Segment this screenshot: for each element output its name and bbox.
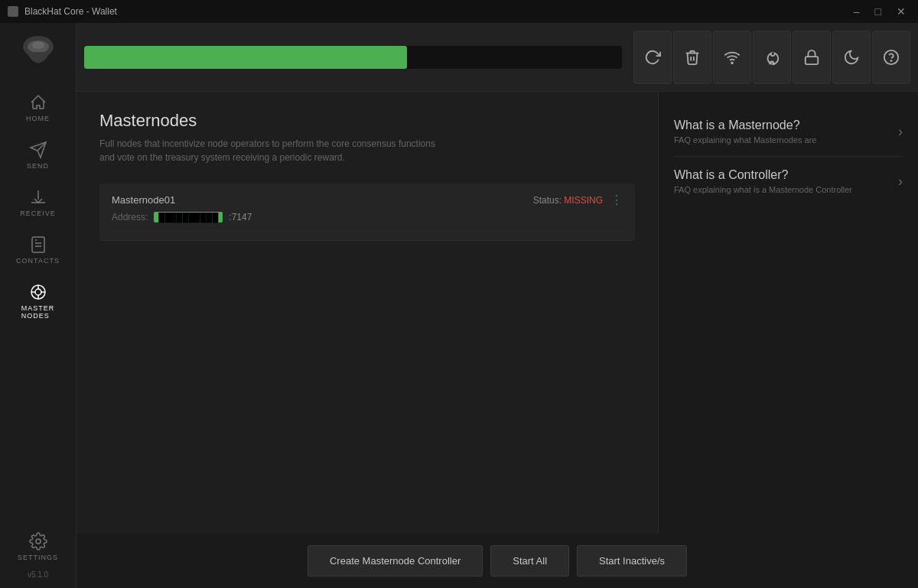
fire-icon bbox=[763, 49, 780, 66]
masternodes-icon bbox=[29, 283, 47, 301]
start-inactive-button[interactable]: Start Inactive/s bbox=[577, 545, 687, 577]
address-label: Address: bbox=[112, 212, 148, 223]
trash-icon bbox=[684, 49, 701, 66]
sidebar-item-label-masternodes: MASTERNODES bbox=[21, 304, 55, 320]
sidebar-item-contacts[interactable]: CONTACTS bbox=[0, 226, 76, 274]
bottom-buttons: Create Masternode Controller Start All S… bbox=[76, 534, 918, 588]
progress-bar-container bbox=[84, 46, 622, 69]
sidebar-item-label-receive: RECEIVE bbox=[20, 210, 56, 217]
contacts-icon bbox=[29, 236, 47, 254]
top-toolbar bbox=[76, 23, 918, 92]
sidebar-item-send[interactable]: SEND bbox=[0, 132, 76, 179]
faq-item-controller[interactable]: What is a Controller? FAQ explaining wha… bbox=[674, 157, 903, 206]
logo-icon bbox=[19, 33, 57, 71]
progress-bar-fill bbox=[84, 46, 407, 69]
refresh-button[interactable] bbox=[633, 31, 672, 84]
refresh-icon bbox=[644, 49, 661, 66]
minimize-button[interactable]: – bbox=[849, 4, 864, 19]
titlebar: BlackHat Core - Wallet – □ ✕ bbox=[0, 0, 918, 23]
lock-button[interactable] bbox=[793, 31, 831, 84]
faq-arrow-masternode: › bbox=[898, 124, 903, 140]
settings-icon bbox=[29, 532, 47, 551]
masternode-status: Status: MISSING bbox=[533, 195, 603, 206]
trash-button[interactable] bbox=[673, 31, 711, 84]
svg-rect-5 bbox=[32, 237, 44, 252]
sidebar-item-home[interactable]: HOME bbox=[0, 84, 76, 132]
faq-item-masternode[interactable]: What is a Masternode? FAQ explaining wha… bbox=[674, 107, 903, 157]
main-panel: Masternodes Full nodes that incentivize … bbox=[76, 92, 658, 534]
faq-content-controller: What is a Controller? FAQ explaining wha… bbox=[674, 168, 890, 194]
masternode-header: Masternode01 Status: MISSING ⋮ bbox=[112, 193, 623, 207]
wifi-icon bbox=[724, 49, 741, 66]
receive-icon bbox=[29, 188, 47, 206]
moon-button[interactable] bbox=[832, 31, 871, 84]
masternode-menu-button[interactable]: ⋮ bbox=[610, 193, 623, 207]
faq-title-masternode: What is a Masternode? bbox=[674, 119, 890, 132]
sidebar-item-label-send: SEND bbox=[27, 162, 49, 170]
help-button[interactable] bbox=[872, 31, 910, 84]
maximize-button[interactable]: □ bbox=[871, 4, 886, 19]
right-panel: What is a Masternode? FAQ explaining wha… bbox=[658, 92, 918, 534]
table-row: Masternode01 Status: MISSING ⋮ Address: … bbox=[99, 184, 635, 241]
close-button[interactable]: ✕ bbox=[892, 4, 910, 19]
svg-point-16 bbox=[731, 62, 733, 63]
send-icon bbox=[29, 141, 47, 159]
app-icon bbox=[8, 6, 18, 17]
masternode-address: Address: ██████████ :7147 bbox=[112, 212, 623, 223]
fire-button[interactable] bbox=[753, 31, 791, 84]
moon-icon bbox=[843, 49, 860, 66]
split-content: Masternodes Full nodes that incentivize … bbox=[76, 92, 918, 534]
address-port: :7147 bbox=[229, 212, 252, 223]
faq-content-masternode: What is a Masternode? FAQ explaining wha… bbox=[674, 119, 890, 145]
content-area: Masternodes Full nodes that incentivize … bbox=[76, 23, 918, 588]
faq-desc-masternode: FAQ explaining what Masternodes are bbox=[674, 135, 890, 145]
faq-arrow-controller: › bbox=[898, 174, 903, 190]
wifi-button[interactable] bbox=[713, 31, 751, 84]
create-masternode-button[interactable]: Create Masternode Controller bbox=[308, 545, 483, 577]
sidebar-item-label-contacts: CONTACTS bbox=[16, 257, 60, 265]
masternode-list: Masternode01 Status: MISSING ⋮ Address: … bbox=[99, 184, 635, 515]
svg-rect-17 bbox=[806, 57, 819, 64]
sidebar-item-label-settings: SETTINGS bbox=[18, 554, 58, 561]
masternode-name: Masternode01 bbox=[112, 194, 175, 206]
svg-point-2 bbox=[32, 41, 44, 49]
address-ip: ██████████ bbox=[154, 212, 223, 223]
svg-point-15 bbox=[36, 539, 41, 544]
toolbar-icons bbox=[633, 31, 910, 84]
lock-icon bbox=[803, 49, 820, 66]
start-all-button[interactable]: Start All bbox=[490, 545, 569, 577]
sidebar-item-receive[interactable]: RECEIVE bbox=[0, 179, 76, 226]
main-layout: HOME SEND RECEIVE bbox=[0, 23, 918, 588]
titlebar-left: BlackHat Core - Wallet bbox=[8, 6, 117, 17]
faq-desc-controller: FAQ explaining what is a Masternode Cont… bbox=[674, 185, 890, 194]
home-icon bbox=[29, 93, 47, 112]
sidebar-item-label-home: HOME bbox=[26, 115, 50, 122]
sidebar-item-masternodes[interactable]: MASTERNODES bbox=[0, 274, 76, 329]
sidebar-version: v5.1.0 bbox=[28, 570, 48, 588]
svg-point-10 bbox=[35, 289, 41, 295]
help-icon bbox=[883, 49, 900, 66]
masternode-divider bbox=[112, 230, 623, 231]
titlebar-controls: – □ ✕ bbox=[849, 4, 910, 19]
titlebar-title: BlackHat Core - Wallet bbox=[24, 6, 117, 17]
masternode-status-value: MISSING bbox=[564, 195, 603, 206]
sidebar: HOME SEND RECEIVE bbox=[0, 23, 76, 588]
faq-title-controller: What is a Controller? bbox=[674, 168, 890, 182]
sidebar-item-settings[interactable]: SETTINGS bbox=[0, 523, 76, 570]
masternode-status-area: Status: MISSING ⋮ bbox=[533, 193, 623, 207]
logo bbox=[17, 31, 59, 73]
page-title: Masternodes bbox=[99, 111, 635, 131]
page-description: Full nodes that incentivize node operato… bbox=[99, 137, 635, 164]
